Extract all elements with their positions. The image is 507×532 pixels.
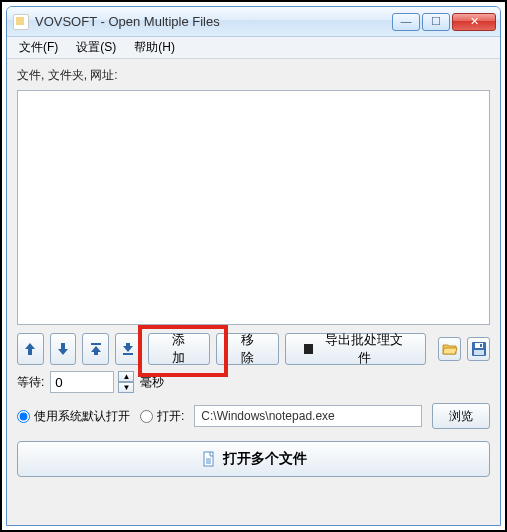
svg-rect-0	[91, 343, 101, 345]
maximize-button[interactable]: ☐	[422, 13, 450, 31]
export-batch-label: 导出批处理文件	[321, 331, 407, 367]
remove-button-label: 移除	[235, 331, 260, 367]
add-button-label: 添加	[167, 331, 192, 367]
menu-settings[interactable]: 设置(S)	[68, 37, 124, 58]
svg-rect-4	[474, 350, 484, 355]
wait-unit: 毫秒	[140, 374, 164, 391]
remove-button[interactable]: 移除	[216, 333, 279, 365]
move-down-button[interactable]	[50, 333, 77, 365]
browse-button[interactable]: 浏览	[432, 403, 490, 429]
svg-rect-1	[123, 353, 133, 355]
save-button[interactable]	[467, 337, 490, 361]
arrow-down-icon	[55, 341, 71, 357]
toolbar: 添加 移除 导出批处理文件	[17, 333, 490, 365]
spin-up-button[interactable]: ▲	[118, 371, 134, 382]
close-button[interactable]: ✕	[452, 13, 496, 31]
document-icon	[201, 451, 217, 467]
open-multiple-files-label: 打开多个文件	[223, 450, 307, 468]
save-icon	[471, 341, 487, 357]
spin-down-button[interactable]: ▼	[118, 382, 134, 393]
radio-open-with-label: 打开:	[157, 408, 184, 425]
minimize-button[interactable]: —	[392, 13, 420, 31]
menu-help[interactable]: 帮助(H)	[126, 37, 183, 58]
move-top-button[interactable]	[82, 333, 109, 365]
wait-row: 等待: ▲ ▼ 毫秒	[17, 371, 490, 393]
wait-input[interactable]	[50, 371, 114, 393]
svg-rect-5	[480, 344, 482, 347]
open-mode-row: 使用系统默认打开 打开: 浏览	[17, 403, 490, 429]
menubar: 文件(F) 设置(S) 帮助(H)	[7, 37, 500, 59]
app-icon	[13, 14, 29, 30]
open-folder-button[interactable]	[438, 337, 461, 361]
arrow-bottom-icon	[120, 341, 136, 357]
radio-system-default-label: 使用系统默认打开	[34, 408, 130, 425]
arrow-up-icon	[22, 341, 38, 357]
files-textarea[interactable]	[17, 90, 490, 325]
browse-button-label: 浏览	[449, 409, 473, 423]
radio-system-default-input[interactable]	[17, 410, 30, 423]
arrow-top-icon	[88, 341, 104, 357]
input-label: 文件, 文件夹, 网址:	[17, 67, 490, 84]
window-title: VOVSOFT - Open Multiple Files	[35, 14, 392, 29]
wait-label: 等待:	[17, 374, 44, 391]
move-up-button[interactable]	[17, 333, 44, 365]
export-batch-button[interactable]: 导出批处理文件	[285, 333, 426, 365]
folder-open-icon	[442, 342, 458, 356]
radio-system-default[interactable]: 使用系统默认打开	[17, 408, 130, 425]
radio-open-with[interactable]: 打开:	[140, 408, 184, 425]
open-multiple-files-button[interactable]: 打开多个文件	[17, 441, 490, 477]
titlebar: VOVSOFT - Open Multiple Files — ☐ ✕	[7, 7, 500, 37]
batch-icon	[304, 344, 313, 354]
program-path-input[interactable]	[194, 405, 422, 427]
menu-file[interactable]: 文件(F)	[11, 37, 66, 58]
add-button[interactable]: 添加	[148, 333, 211, 365]
wait-spinner[interactable]: ▲ ▼	[118, 371, 134, 393]
radio-open-with-input[interactable]	[140, 410, 153, 423]
move-bottom-button[interactable]	[115, 333, 142, 365]
